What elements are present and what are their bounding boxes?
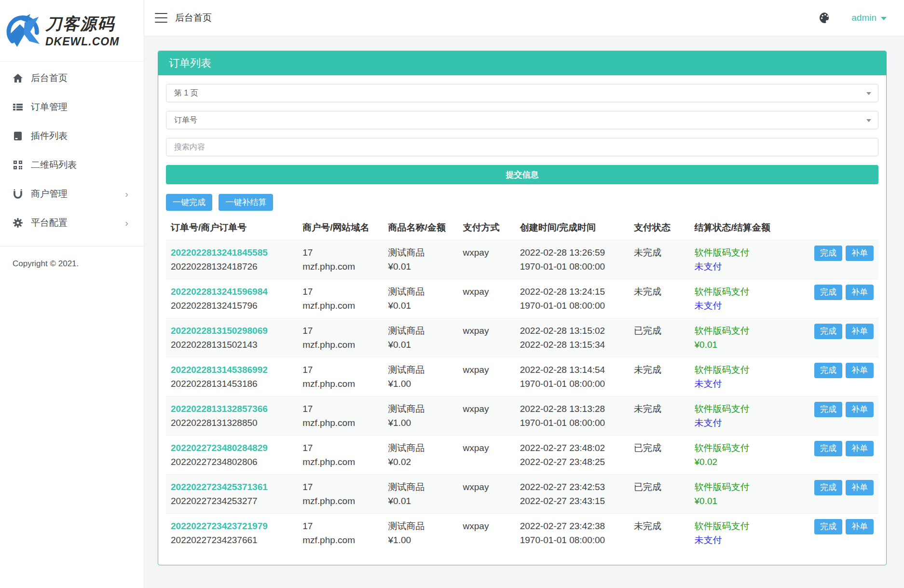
user-dropdown[interactable]: admin <box>851 13 887 23</box>
order-no-cell: 202202281324159698420220228132415796 <box>166 279 298 318</box>
created-time: 2022-02-28 13:13:28 <box>520 402 624 416</box>
column-header-actions <box>796 217 878 240</box>
order-number-link[interactable]: 2022022813241845585 <box>171 246 293 260</box>
order-number-link[interactable]: 2022022723425371361 <box>171 480 293 494</box>
submit-button[interactable]: 提交信息 <box>166 165 878 184</box>
completed-time: 1970-01-01 08:00:00 <box>520 533 624 547</box>
merchant-id: 17 <box>302 519 378 533</box>
admin-page: 刀客源码 DKEWL.COM 后台首页 订单管理 <box>0 0 904 588</box>
settlement-cell: 软件版码支付未支付 <box>690 240 797 279</box>
complete-order-button[interactable]: 完成 <box>814 363 842 378</box>
resettle-order-button[interactable]: 补单 <box>846 402 874 417</box>
product-cell: 测试商品¥0.01 <box>383 279 458 318</box>
pay-method-cell: wxpay <box>458 279 515 318</box>
settlement-cell: 软件版码支付未支付 <box>690 397 797 436</box>
complete-order-button[interactable]: 完成 <box>814 519 842 534</box>
order-amount: ¥0.02 <box>388 455 453 469</box>
order-number-link[interactable]: 2022022723423721979 <box>171 519 293 533</box>
brand-logo[interactable]: 刀客源码 DKEWL.COM <box>0 0 144 62</box>
pay-method-cell: wxpay <box>458 318 515 357</box>
merchant-order-number: 20220228132418726 <box>171 260 293 273</box>
complete-all-button[interactable]: 一键完成 <box>166 194 212 211</box>
order-number-link[interactable]: 2022022813145386992 <box>171 363 293 377</box>
pay-status-cell: 未完成 <box>629 240 690 279</box>
completed-time: 1970-01-01 08:00:00 <box>520 299 624 313</box>
complete-order-button[interactable]: 完成 <box>814 480 842 495</box>
complete-order-button[interactable]: 完成 <box>814 285 842 300</box>
completed-time: 1970-01-01 08:00:00 <box>520 260 624 273</box>
product-cell: 测试商品¥0.02 <box>383 436 458 475</box>
created-time: 2022-02-27 23:42:53 <box>520 480 624 494</box>
created-time: 2022-02-28 13:15:02 <box>520 324 624 338</box>
palette-icon[interactable] <box>819 12 831 24</box>
orders-panel: 订单列表 第 1 页 订单号 提交信息 一键完成 一键补结算 <box>158 51 887 565</box>
order-number-link[interactable]: 2022022723480284829 <box>171 441 293 455</box>
site-domain: mzf.php.com <box>302 416 378 430</box>
brand-name: 刀客源码 <box>45 13 119 35</box>
order-number-link[interactable]: 2022022813150298069 <box>171 324 293 338</box>
menu-toggle-icon[interactable] <box>155 13 167 23</box>
resettle-order-button[interactable]: 补单 <box>846 480 874 495</box>
settle-value: 未支付 <box>695 533 792 547</box>
sidebar-item-qrcodes[interactable]: 二维码列表 <box>0 150 144 179</box>
time-cell: 2022-02-28 13:24:151970-01-01 08:00:00 <box>515 279 629 318</box>
search-input[interactable] <box>166 138 878 156</box>
pay-status-cell: 已完成 <box>629 475 690 514</box>
search-field-select[interactable]: 订单号 <box>166 111 878 129</box>
resettle-all-button[interactable]: 一键补结算 <box>219 194 273 211</box>
resettle-order-button[interactable]: 补单 <box>846 441 874 456</box>
merchant-cell: 17mzf.php.com <box>298 357 383 397</box>
complete-order-button[interactable]: 完成 <box>814 324 842 339</box>
sidebar-item-merchants[interactable]: 商户管理 › <box>0 179 144 208</box>
sidebar: 刀客源码 DKEWL.COM 后台首页 订单管理 <box>0 0 144 588</box>
column-header-pay-method: 支付方式 <box>458 217 515 240</box>
resettle-order-button[interactable]: 补单 <box>846 363 874 378</box>
time-cell: 2022-02-28 13:26:591970-01-01 08:00:00 <box>515 240 629 279</box>
order-no-cell: 202202281315029806920220228131502143 <box>166 318 298 357</box>
sidebar-item-platform-config[interactable]: 平台配置 › <box>0 208 144 237</box>
topbar-right: admin <box>819 12 887 24</box>
order-amount: ¥0.01 <box>388 338 453 352</box>
sidebar-item-home[interactable]: 后台首页 <box>0 64 144 93</box>
pay-method-cell: wxpay <box>458 357 515 397</box>
settle-value: 未支付 <box>695 260 792 273</box>
content: 订单列表 第 1 页 订单号 提交信息 一键完成 一键补结算 <box>144 36 904 588</box>
complete-order-button[interactable]: 完成 <box>814 441 842 456</box>
resettle-order-button[interactable]: 补单 <box>846 324 874 339</box>
order-amount: ¥1.00 <box>388 416 453 430</box>
sidebar-item-orders[interactable]: 订单管理 <box>0 93 144 122</box>
brand-text: 刀客源码 DKEWL.COM <box>45 13 119 48</box>
pay-status-cell: 已完成 <box>629 318 690 357</box>
page-select[interactable]: 第 1 页 <box>166 84 878 102</box>
order-amount: ¥1.00 <box>388 533 453 547</box>
resettle-order-button[interactable]: 补单 <box>846 246 874 261</box>
resettle-order-button[interactable]: 补单 <box>846 285 874 300</box>
order-amount: ¥1.00 <box>388 377 453 391</box>
complete-order-button[interactable]: 完成 <box>814 402 842 417</box>
merchant-id: 17 <box>302 285 378 299</box>
settlement-cell: 软件版码支付¥0.01 <box>690 318 797 357</box>
settle-channel: 软件版码支付 <box>695 402 792 416</box>
panel-body: 第 1 页 订单号 提交信息 一键完成 一键补结算 <box>158 75 886 565</box>
search-field-value: 订单号 <box>174 115 197 125</box>
row-actions-cell: 完成补单 <box>796 240 878 279</box>
qrcode-icon <box>13 160 23 170</box>
complete-order-button[interactable]: 完成 <box>814 246 842 261</box>
created-time: 2022-02-28 13:26:59 <box>520 246 624 260</box>
settle-channel: 软件版码支付 <box>695 519 792 533</box>
site-domain: mzf.php.com <box>302 338 378 352</box>
chevron-right-icon: › <box>125 218 128 229</box>
order-row: 20220227234253713612022022723425327717mz… <box>166 475 878 514</box>
merchant-order-number: 20220228131453186 <box>171 377 293 391</box>
merchant-cell: 17mzf.php.com <box>298 475 383 514</box>
pay-status-cell: 未完成 <box>629 514 690 553</box>
orders-table-body: 20220228132418455852022022813241872617mz… <box>166 240 878 553</box>
resettle-order-button[interactable]: 补单 <box>846 519 874 534</box>
order-number-link[interactable]: 2022022813132857366 <box>171 402 293 416</box>
order-number-link[interactable]: 2022022813241596984 <box>171 285 293 299</box>
order-row: 20220228131502980692022022813150214317mz… <box>166 318 878 357</box>
site-domain: mzf.php.com <box>302 455 378 469</box>
sidebar-item-plugins[interactable]: 插件列表 <box>0 122 144 150</box>
settle-value: ¥0.01 <box>695 338 792 352</box>
product-name: 测试商品 <box>388 402 453 416</box>
